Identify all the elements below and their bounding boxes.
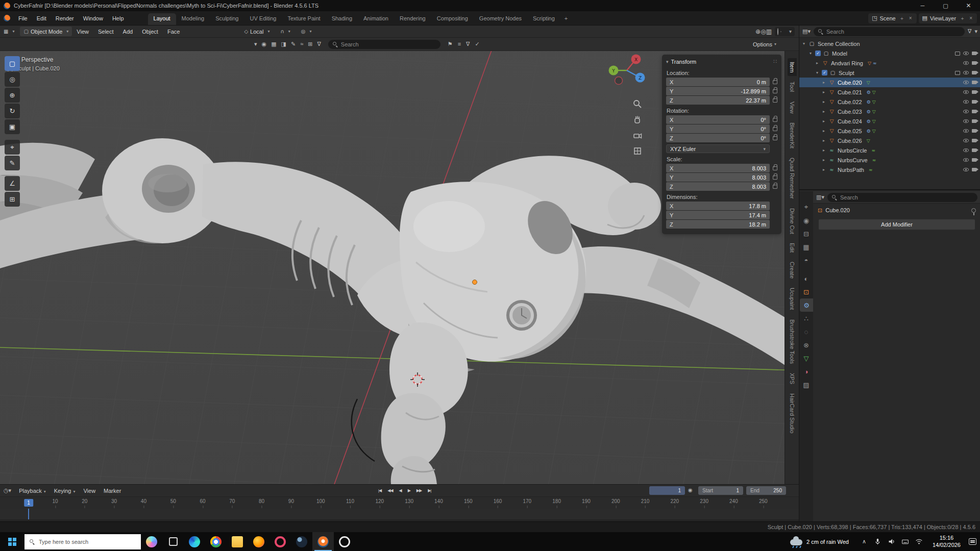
- outliner-row-scene-collection[interactable]: ▾▢Scene Collection: [799, 39, 980, 48]
- new-view-layer-button[interactable]: ＋: [959, 15, 966, 22]
- eye-icon[interactable]: [963, 100, 969, 104]
- asset-action-icon-filter[interactable]: ∇: [466, 41, 470, 47]
- properties-tab-output[interactable]: ⊟: [799, 227, 813, 240]
- add-modifier-button[interactable]: Add Modifier: [818, 219, 975, 230]
- scene-selector[interactable]: ◳ Scene ＋ ×: [868, 13, 916, 23]
- toggle-xray[interactable]: ▥: [766, 28, 772, 35]
- n-panel-tab[interactable]: Tool: [788, 78, 797, 95]
- transform-orientation-dropdown[interactable]: ◇ Local: [240, 27, 273, 36]
- axis-value-field[interactable]: X8.003: [666, 164, 770, 172]
- remove-view-layer-button[interactable]: ×: [968, 15, 973, 21]
- taskbar-app-task-view[interactable]: [162, 532, 184, 551]
- menubar-menu[interactable]: File: [14, 13, 32, 23]
- disclosure-arrow-icon[interactable]: ▸: [821, 129, 826, 133]
- viewport-menu[interactable]: Face: [163, 27, 184, 37]
- properties-search-input[interactable]: [840, 194, 973, 201]
- panel-drag-handle[interactable]: ∷: [773, 58, 777, 65]
- lock-icon[interactable]: [773, 118, 777, 122]
- outliner-options-icon[interactable]: ▾: [974, 28, 977, 35]
- current-frame-field[interactable]: 1: [649, 486, 685, 495]
- taskbar-app-chrome[interactable]: [205, 532, 227, 551]
- properties-tab-object[interactable]: ⊡: [799, 285, 813, 298]
- outliner-row-nurbspath[interactable]: ▸≈NurbsPath≈: [799, 165, 980, 174]
- axis-value-field[interactable]: Z22.37 m: [666, 96, 770, 105]
- menubar-menu[interactable]: Help: [108, 13, 129, 23]
- transport-button[interactable]: ▶▶: [414, 487, 424, 494]
- n-panel-tab[interactable]: BlenderKit: [788, 119, 797, 152]
- unlink-scene-button[interactable]: ×: [908, 15, 913, 21]
- pan-hand-button[interactable]: [632, 114, 643, 126]
- workspace-tab[interactable]: Layout: [148, 13, 176, 25]
- view-layer-selector[interactable]: ▤ ViewLayer ＋ ×: [919, 13, 977, 23]
- disclosure-arrow-icon[interactable]: ▸: [815, 61, 820, 65]
- volume-icon[interactable]: [888, 538, 896, 546]
- eye-icon[interactable]: [963, 110, 969, 113]
- collection-checkbox[interactable]: ✓: [815, 51, 821, 56]
- timeline-ruler[interactable]: 1 10203040506070809010011012013014015016…: [0, 496, 799, 509]
- zoom-tool-button[interactable]: [632, 98, 643, 110]
- toggle-gizmo[interactable]: ⊕: [755, 28, 761, 35]
- blender-menu-icon[interactable]: [4, 15, 10, 21]
- axis-value-field[interactable]: Y0°: [666, 124, 770, 133]
- lock-icon[interactable]: [773, 80, 777, 84]
- disclosure-arrow-icon[interactable]: ▸: [821, 167, 826, 172]
- taskbar-app-firefox[interactable]: [248, 532, 270, 551]
- asset-bar-icon-asset-brushes[interactable]: ✎: [291, 41, 296, 47]
- outliner-row-cube-023[interactable]: ▸▽Cube.023⚙▽: [799, 107, 980, 116]
- viewport-menu[interactable]: Add: [118, 27, 138, 37]
- axis-value-field[interactable]: X0°: [666, 115, 770, 124]
- workspace-tab[interactable]: UV Editing: [244, 13, 282, 25]
- properties-search-field[interactable]: [827, 193, 977, 202]
- camera-icon[interactable]: [972, 61, 976, 65]
- eye-icon[interactable]: [963, 119, 969, 123]
- asset-bar-icon-asset-filter[interactable]: ∇: [317, 41, 321, 47]
- tool-button-scale[interactable]: ▣: [5, 119, 20, 134]
- disclosure-arrow-icon[interactable]: ▸: [821, 158, 826, 162]
- asset-bar-icon-asset-addons[interactable]: ⊞: [308, 41, 312, 47]
- add-workspace-button[interactable]: +: [560, 15, 572, 21]
- asset-search-field[interactable]: [328, 40, 440, 49]
- properties-tab-particles[interactable]: ∴: [799, 312, 813, 325]
- n-panel-tab[interactable]: Quad Remesher: [788, 154, 797, 203]
- close-button[interactable]: ✕: [957, 0, 980, 11]
- breadcrumb-object-name[interactable]: Cube.020: [825, 207, 850, 213]
- workspace-tab[interactable]: Sculpting: [210, 13, 244, 25]
- menubar-menu[interactable]: Render: [51, 13, 79, 23]
- n-panel-tab[interactable]: XPS: [788, 369, 797, 388]
- transport-button[interactable]: ◀◀: [385, 487, 395, 494]
- camera-icon[interactable]: [972, 90, 976, 94]
- n-panel-tab[interactable]: Brushstroke Tools: [788, 316, 797, 367]
- disclosure-arrow-icon[interactable]: ▸: [821, 99, 826, 104]
- camera-icon[interactable]: [972, 119, 976, 123]
- minimize-button[interactable]: ─: [911, 0, 934, 11]
- tool-button-annotate[interactable]: ✎: [5, 156, 20, 170]
- timeline-menu[interactable]: Marker: [100, 488, 125, 494]
- properties-tab-modifiers[interactable]: ⚙: [800, 298, 813, 312]
- lock-icon[interactable]: [773, 166, 777, 170]
- camera-icon[interactable]: [972, 129, 976, 133]
- axis-value-field[interactable]: X17.8 m: [666, 202, 770, 210]
- timeline-track-area[interactable]: [0, 509, 799, 521]
- lock-icon[interactable]: [773, 185, 777, 189]
- n-panel-tab[interactable]: View: [788, 98, 797, 117]
- taskbar-clock[interactable]: 15:16 14/02/2026: [928, 535, 965, 549]
- workspace-tab[interactable]: Rendering: [394, 13, 431, 25]
- asset-bar-icon-asset-materials[interactable]: ◨: [281, 41, 286, 47]
- axis-value-field[interactable]: Z0°: [666, 134, 770, 142]
- properties-tab-world[interactable]: ◐: [799, 272, 813, 285]
- outliner-editor-icon[interactable]: ▤▾: [802, 28, 811, 35]
- taskbar-app-steam[interactable]: [291, 532, 312, 551]
- workspace-tab[interactable]: Texture Paint: [282, 13, 326, 25]
- filter-icon[interactable]: ∇: [968, 28, 971, 35]
- eye-icon[interactable]: [963, 61, 969, 65]
- viewport[interactable]: ▾◉▦◨✎≈⊞∇ ⚑≡∇✓ Options User Perspective (…: [0, 38, 799, 484]
- monitor-icon[interactable]: [955, 71, 960, 75]
- taskbar-app-blender[interactable]: [312, 532, 334, 551]
- axis-value-field[interactable]: X0 m: [666, 78, 770, 86]
- touch-keyboard-icon[interactable]: [901, 538, 910, 546]
- mode-dropdown[interactable]: ▢ Object Mode: [20, 27, 72, 36]
- properties-tab-scene[interactable]: ◓: [799, 254, 813, 267]
- properties-tab-render[interactable]: ◉: [799, 214, 813, 227]
- properties-tab-tool[interactable]: ⌖: [799, 201, 813, 214]
- taskbar-search-field[interactable]: [24, 534, 141, 549]
